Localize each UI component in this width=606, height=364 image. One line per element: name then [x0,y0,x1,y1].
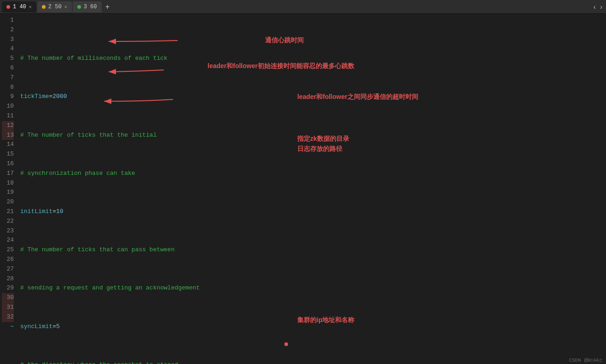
watermark: CSDN @BcAkc [565,357,606,364]
annotations-svg: 通信心跳时间 leader和follower初始连接时间能容忍的最多心跳数 le… [17,14,569,364]
line-1: # The number of milliseconds of each tic… [20,54,606,64]
tab-2-close[interactable]: ✕ [64,4,67,10]
tab-next-button[interactable]: › [598,2,604,12]
tab-1-dot [6,5,10,9]
tab-1[interactable]: 1 40 ✕ [2,1,36,12]
tab-3[interactable]: 3 60 [73,1,102,12]
line-5: initLimit=10 [20,207,606,217]
line-9: # the directory where the snapshot is st… [20,360,606,364]
line-8: syncLimit=5 [20,322,606,332]
tab-2-label: 2 50 [48,4,62,10]
watermark-text: CSDN @BcAkc [569,358,602,363]
line-3: # The number of ticks that the initial [20,131,606,140]
line-7: # sending a request and getting an ackno… [20,283,606,293]
line-numbers: 12345 678910 1112 13 1415161718 19202122… [0,14,17,364]
line-2: tickTime=2000 [20,92,606,102]
tab-prev-button[interactable]: ‹ [592,2,598,12]
tab-navigation: ‹ › [592,2,604,12]
tab-2[interactable]: 2 50 ✕ [37,1,72,12]
tab-1-label: 1 40 [13,4,26,10]
svg-text:日志存放的路径: 日志存放的路径 [297,145,343,152]
line-6: # The number of ticks that can pass betw… [20,245,606,255]
line-4: # synchronization phase can take [20,169,606,179]
tab-2-dot [42,5,46,9]
code-content[interactable]: # The number of milliseconds of each tic… [17,14,606,364]
svg-text:通信心跳时间: 通信心跳时间 [265,36,304,44]
new-tab-button[interactable]: + [103,2,113,12]
tab-3-dot [77,5,81,9]
tab-bar: 1 40 ✕ 2 50 ✕ 3 60 + ‹ › [0,0,606,14]
tab-3-label: 3 60 [84,4,97,10]
code-editor: 12345 678910 1112 13 1415161718 19202122… [0,14,606,364]
tab-1-close[interactable]: ✕ [29,4,32,10]
svg-point-7 [284,342,288,346]
